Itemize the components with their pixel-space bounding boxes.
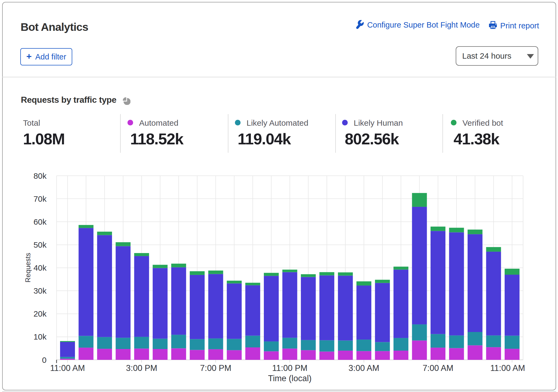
- svg-text:7:00 PM: 7:00 PM: [200, 363, 231, 373]
- svg-text:0: 0: [42, 356, 47, 364]
- svg-text:Time (local): Time (local): [268, 374, 312, 383]
- svg-text:3:00 AM: 3:00 AM: [349, 363, 379, 373]
- svg-text:60k: 60k: [34, 217, 47, 226]
- svg-text:40k: 40k: [34, 263, 47, 272]
- svg-text:11:00 PM: 11:00 PM: [272, 363, 307, 373]
- svg-text:80k: 80k: [34, 171, 47, 180]
- svg-text:70k: 70k: [34, 194, 47, 203]
- svg-text:10k: 10k: [34, 332, 47, 341]
- svg-text:30k: 30k: [34, 286, 47, 295]
- svg-text:Requests: Requests: [24, 253, 32, 283]
- svg-text:20k: 20k: [34, 309, 47, 318]
- svg-text:7:00 AM: 7:00 AM: [423, 363, 454, 373]
- svg-text:11:00 AM: 11:00 AM: [50, 363, 85, 373]
- svg-text:3:00 PM: 3:00 PM: [126, 363, 157, 373]
- svg-text:11:00 AM: 11:00 AM: [490, 363, 525, 373]
- svg-text:50k: 50k: [34, 240, 47, 249]
